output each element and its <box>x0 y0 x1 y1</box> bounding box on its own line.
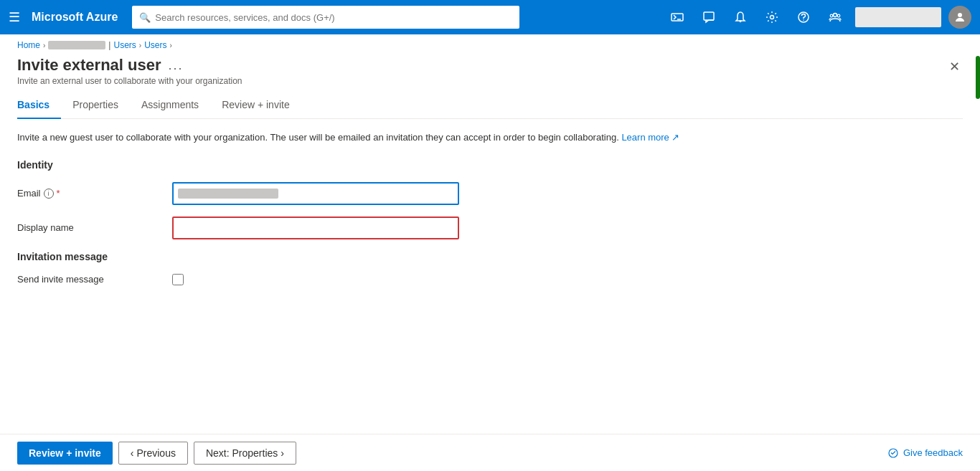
close-button[interactable]: ✕ <box>946 56 963 77</box>
email-label: Email i * <box>17 188 161 199</box>
tab-review[interactable]: Review + invite <box>210 92 301 119</box>
send-invite-label: Send invite message <box>17 274 161 285</box>
top-navigation: ☰ Microsoft Azure 🔍 <box>0 0 980 34</box>
notifications-icon[interactable] <box>726 3 755 32</box>
portal-subscription[interactable] <box>855 7 941 27</box>
svg-rect-2 <box>704 12 714 20</box>
display-name-input[interactable] <box>172 217 459 239</box>
send-invite-checkbox-wrapper <box>172 274 184 285</box>
svg-point-7 <box>834 14 837 17</box>
page-title-area: Invite external user ... Invite an exter… <box>17 56 242 86</box>
search-box[interactable]: 🔍 <box>132 6 519 29</box>
settings-icon[interactable] <box>758 3 786 32</box>
display-name-row: Display name <box>17 217 963 239</box>
directory-icon[interactable] <box>821 3 849 32</box>
display-name-label: Display name <box>17 222 161 233</box>
learn-more-link[interactable]: Learn more ↗ <box>621 132 679 143</box>
breadcrumb-users-2[interactable]: Users <box>144 40 166 50</box>
search-icon: 🔍 <box>139 12 151 23</box>
email-redacted-value <box>178 189 278 199</box>
page-title: Invite external user <box>17 56 161 75</box>
svg-point-10 <box>958 13 962 17</box>
page-header: Invite external user ... Invite an exter… <box>17 56 963 92</box>
page-subtitle: Invite an external user to collaborate w… <box>17 76 242 86</box>
page-container: Invite external user ... Invite an exter… <box>0 56 980 285</box>
tab-properties[interactable]: Properties <box>61 92 130 119</box>
invitation-section-heading: Invitation message <box>17 251 963 262</box>
hamburger-icon[interactable]: ☰ <box>9 9 20 25</box>
search-input[interactable] <box>155 12 512 23</box>
svg-point-4 <box>771 16 774 19</box>
azure-logo: Microsoft Azure <box>32 11 118 24</box>
tab-basics[interactable]: Basics <box>17 92 61 119</box>
email-row: Email i * <box>17 182 963 205</box>
send-invite-checkbox[interactable] <box>172 274 184 285</box>
topnav-actions <box>663 3 971 32</box>
email-field-container[interactable] <box>172 182 459 205</box>
wizard-tabs: Basics Properties Assignments Review + i… <box>17 92 963 119</box>
email-info-icon[interactable]: i <box>44 189 54 199</box>
required-indicator: * <box>57 188 60 199</box>
breadcrumb-users-1[interactable]: Users <box>113 40 136 50</box>
svg-point-8 <box>837 14 840 17</box>
breadcrumb-sep-2: › <box>139 42 141 49</box>
feedback-icon[interactable] <box>694 3 723 32</box>
breadcrumb-sep-3: › <box>170 42 172 49</box>
svg-point-9 <box>830 14 833 17</box>
tab-assignments[interactable]: Assignments <box>130 92 210 119</box>
more-options-icon[interactable]: ... <box>169 58 184 73</box>
user-avatar[interactable] <box>948 6 971 29</box>
breadcrumb-tenant <box>48 41 105 49</box>
breadcrumb-pipe: | <box>108 40 110 50</box>
cloud-shell-icon[interactable] <box>663 3 692 32</box>
breadcrumb-sep-1: › <box>43 42 45 49</box>
svg-point-6 <box>803 19 804 21</box>
breadcrumb-home[interactable]: Home <box>17 40 40 50</box>
breadcrumb: Home › | Users › Users › <box>0 34 980 56</box>
info-text: Invite a new guest user to collaborate w… <box>17 130 963 145</box>
scroll-indicator <box>976 56 980 99</box>
send-invite-row: Send invite message <box>17 274 963 285</box>
help-icon[interactable] <box>789 3 818 32</box>
identity-section-heading: Identity <box>17 159 963 171</box>
